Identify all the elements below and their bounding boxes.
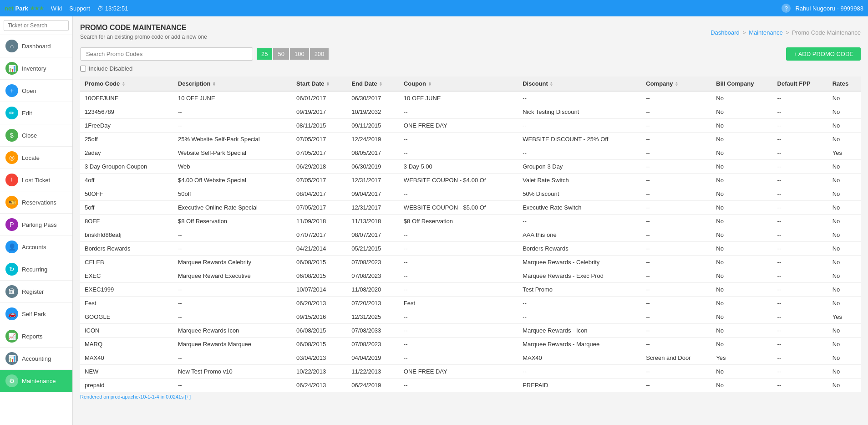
col-header-description[interactable]: Description ⇕ [173,77,292,91]
breadcrumb-dashboard[interactable]: Dashboard [711,29,740,36]
cell-promo_code: 123456789 [80,105,173,119]
cell-end_date: 11/13/2018 [347,215,399,228]
table-row[interactable]: Borders Rewards--04/21/201405/21/2015--B… [80,242,861,256]
col-header-coupon[interactable]: Coupon ⇕ [399,77,518,91]
reservations-icon: 🎫 [5,196,18,209]
cell-start_date: 07/05/2017 [292,146,347,160]
include-disabled-container: Include Disabled [80,65,861,72]
sidebar-item-register[interactable]: 🏛Register [0,281,72,303]
sidebar-search-input[interactable] [4,20,69,31]
col-header-default-fpp[interactable]: Default FPP [773,77,828,91]
sort-icon: ⇕ [428,82,431,87]
page-size-btn-50[interactable]: 50 [273,48,289,60]
cell-bill_company: No [711,310,772,324]
help-icon[interactable]: ? [782,4,791,13]
table-row[interactable]: Fest--06/20/201307/20/2013Fest----No--No [80,297,861,310]
cell-end_date: 10/19/2032 [347,105,399,119]
cell-coupon: -- [399,351,518,365]
cell-default_fpp: -- [773,215,828,228]
table-row[interactable]: 25off25% Website Self-Park Special07/05/… [80,133,861,146]
cell-default_fpp: -- [773,379,828,392]
col-header-end-date[interactable]: End Date ⇕ [347,77,399,91]
sidebar-item-lost-ticket[interactable]: !Lost Ticket [0,169,72,191]
sidebar-item-close[interactable]: $Close [0,124,72,147]
cell-default_fpp: -- [773,228,828,242]
sidebar-item-reports[interactable]: 📈Reports [0,325,72,348]
table-row[interactable]: ICONMarquee Rewards Icon06/08/201507/08/… [80,324,861,338]
cell-default_fpp: -- [773,133,828,146]
cell-rates: No [828,201,861,215]
inventory-label: Inventory [22,65,46,72]
table-row[interactable]: NEWNew Test Promo v1010/22/201311/22/201… [80,365,861,379]
logo-net: net [5,5,14,12]
cell-end_date: 11/22/2013 [347,365,399,379]
page-size-btn-25[interactable]: 25 [257,48,272,60]
sidebar-item-reservations[interactable]: 🎫Reservations [0,191,72,214]
table-row[interactable]: 2adayWebsite Self-Park Special07/05/2017… [80,146,861,160]
cell-start_date: 11/09/2018 [292,215,347,228]
col-header-bill-company[interactable]: Bill Company [711,77,772,91]
cell-description: -- [173,119,292,133]
table-row[interactable]: MARQMarquee Rewards Marquee06/08/201507/… [80,338,861,351]
table-row[interactable]: EXECMarquee Reward Executive06/08/201507… [80,269,861,283]
sidebar-item-accounting[interactable]: 📊Accounting [0,348,72,370]
col-header-promo-code[interactable]: Promo Code ⇕ [80,77,173,91]
table-row[interactable]: EXEC1999--10/07/201411/08/2020--Test Pro… [80,283,861,297]
table-row[interactable]: prepaid--06/24/201306/24/2019--PREPAID--… [80,379,861,392]
open-icon: + [5,84,18,97]
cell-default_fpp: -- [773,310,828,324]
cell-end_date: 08/07/2017 [347,228,399,242]
sidebar-item-accounts[interactable]: 👤Accounts [0,236,72,258]
sidebar-item-dashboard[interactable]: ⌂Dashboard [0,35,72,57]
cell-start_date: 06/24/2013 [292,379,347,392]
sidebar-item-edit[interactable]: ✏Edit [0,102,72,124]
cell-company: -- [641,119,711,133]
wiki-link[interactable]: Wiki [51,5,62,12]
table-row[interactable]: CELEBMarquee Rewards Celebrity06/08/2015… [80,256,861,269]
page-size-btn-200[interactable]: 200 [310,48,329,60]
col-header-company[interactable]: Company ⇕ [641,77,711,91]
cell-promo_code: EXEC [80,269,173,283]
col-header-start-date[interactable]: Start Date ⇕ [292,77,347,91]
cell-default_fpp: -- [773,105,828,119]
col-header-discount[interactable]: Discount ⇕ [518,77,641,91]
breadcrumb-maintenance[interactable]: Maintenance [749,29,782,36]
sidebar-item-parking-pass[interactable]: PParking Pass [0,214,72,236]
page-size-btn-100[interactable]: 100 [290,48,309,60]
accounts-icon: 👤 [5,241,18,253]
cell-description: -- [173,105,292,119]
cell-rates: No [828,351,861,365]
add-promo-code-button[interactable]: + ADD PROMO CODE [786,47,861,61]
sidebar-item-recurring[interactable]: ↻Recurring [0,258,72,281]
table-row[interactable]: bnskhfd88eafj--07/07/201708/07/2017--AAA… [80,228,861,242]
sidebar-item-maintenance[interactable]: ⚙Maintenance [0,370,72,392]
table-row[interactable]: 1FreeDay--08/11/201509/11/2015ONE FREE D… [80,119,861,133]
table-row[interactable]: 50OFF50off08/04/201709/04/2017--50% Disc… [80,187,861,201]
table-row[interactable]: 3 Day Groupon CouponWeb06/29/201806/30/2… [80,160,861,174]
table-row[interactable]: 10OFFJUNE10 OFF JUNE06/01/201706/30/2017… [80,91,861,105]
cell-discount: Valet Rate Switch [518,174,641,187]
table-row[interactable]: 4off$4.00 Off Website Special07/05/20171… [80,174,861,187]
col-header-rates[interactable]: Rates [828,77,861,91]
cell-coupon: ONE FREE DAY [399,365,518,379]
sidebar-item-inventory[interactable]: 📊Inventory [0,57,72,80]
table-row[interactable]: 5offExecutive Online Rate Special07/05/2… [80,201,861,215]
cell-company: -- [641,174,711,187]
include-disabled-checkbox[interactable] [80,66,86,72]
maintenance-label: Maintenance [22,378,56,384]
cell-bill_company: No [711,91,772,105]
sidebar-item-open[interactable]: +Open [0,80,72,102]
support-link[interactable]: Support [69,5,90,12]
sidebar-item-self-park[interactable]: 🚗Self Park [0,303,72,325]
sidebar-item-locate[interactable]: ◎Locate [0,147,72,169]
promo-search-input[interactable] [80,47,253,61]
logo-stars: ★★★ [30,5,44,11]
cell-discount: Borders Rewards [518,242,641,256]
table-row[interactable]: MAX40--03/04/201304/04/2019--MAX40Screen… [80,351,861,365]
table-row[interactable]: 8OFF$8 Off Reservation11/09/201811/13/20… [80,215,861,228]
cell-discount: -- [518,146,641,160]
cell-end_date: 12/24/2019 [347,133,399,146]
table-row[interactable]: GOOGLE--09/15/201612/31/2025------No--Ye… [80,310,861,324]
maintenance-icon: ⚙ [5,374,18,387]
table-row[interactable]: 123456789--09/19/201710/19/2032--Nick Te… [80,105,861,119]
